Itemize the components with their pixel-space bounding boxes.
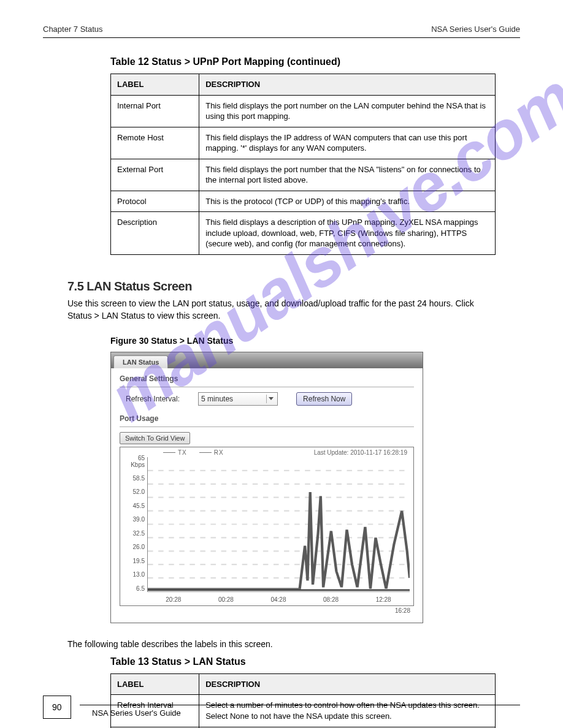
table-row: Remote Host This field displays the IP a… xyxy=(111,127,496,159)
table1: LABEL DESCRIPTION Internal Port This fie… xyxy=(110,74,496,255)
chart-plot-area xyxy=(147,457,410,592)
legend-rx: RX xyxy=(199,449,224,456)
footer-text: NSA Series User's Guide xyxy=(92,708,181,718)
general-settings-heading: General Settings xyxy=(120,374,414,383)
table-row: External Port This field displays the po… xyxy=(111,159,496,191)
cell-label: External Port xyxy=(111,159,199,191)
col-label: LABEL xyxy=(111,74,199,96)
page-header: Chapter 7 Status NSA Series User's Guide xyxy=(43,25,520,38)
col-desc: DESCRIPTION xyxy=(199,74,496,96)
legend-tx: TX xyxy=(163,449,187,456)
table2: LABEL DESCRIPTION Refresh Interval Selec… xyxy=(110,673,496,728)
table-row: Description This field displays a descri… xyxy=(111,212,496,255)
refresh-interval-select[interactable]: 5 minutes xyxy=(198,392,278,406)
series-rx xyxy=(148,492,410,589)
refresh-row: Refresh Interval: 5 minutes Refresh Now xyxy=(120,392,414,406)
figure-caption: Figure 30 Status > LAN Status xyxy=(110,336,563,346)
port-usage-chart: TX RX Last Update: 2010-11-17 16:28:19 6… xyxy=(120,447,414,606)
table2-intro: The following table describes the labels… xyxy=(67,638,496,650)
footer-divider xyxy=(80,705,520,705)
chevron-down-icon xyxy=(266,395,275,403)
cell-desc: This field displays the port number on t… xyxy=(199,95,496,127)
table2-caption: Table 13 Status > LAN Status xyxy=(110,656,563,667)
refresh-interval-value: 5 minutes xyxy=(201,395,233,403)
chart-yticks: 65 Kbps 58.5 52.0 45.5 39.0 32.5 26.0 19… xyxy=(123,455,145,592)
table-header-row: LABEL DESCRIPTION xyxy=(111,74,496,96)
table-row: Protocol This is the protocol (TCP or UD… xyxy=(111,191,496,212)
cell-label: Protocol xyxy=(111,191,199,212)
cell-label: Internal Port xyxy=(111,95,199,127)
chart-xcorner: 16:28 xyxy=(120,607,414,614)
cell-desc: This field displays the IP address of WA… xyxy=(199,127,496,159)
cell-desc: Select a number of minutes to control ho… xyxy=(199,695,496,727)
section-intro: Use this screen to view the LAN port sta… xyxy=(67,297,496,322)
tab-bar: LAN Status xyxy=(111,352,423,368)
refresh-now-button[interactable]: Refresh Now xyxy=(296,392,352,406)
switch-to-grid-button[interactable]: Switch To Grid View xyxy=(120,432,190,444)
chart-last-update: Last Update: 2010-11-17 16:28:19 xyxy=(314,449,407,456)
col-desc: DESCRIPTION xyxy=(199,673,496,695)
chart-legend: TX RX xyxy=(163,449,224,456)
cell-label: Remote Host xyxy=(111,127,199,159)
table-row: Internal Port This field displays the po… xyxy=(111,95,496,127)
table1-caption: Table 12 Status > UPnP Port Mapping (con… xyxy=(110,56,563,67)
page-number: 90 xyxy=(43,696,71,719)
port-usage-heading: Port Usage xyxy=(120,414,414,423)
cell-desc: This field displays the port number that… xyxy=(199,159,496,191)
cell-label: Description xyxy=(111,212,199,255)
lan-status-screenshot: LAN Status General Settings Refresh Inte… xyxy=(110,352,423,623)
panel-body: General Settings Refresh Interval: 5 min… xyxy=(111,368,423,623)
chart-xticks: 20:28 00:28 04:28 08:28 12:28 xyxy=(147,596,410,603)
cell-desc: This is the protocol (TCP or UDP) of thi… xyxy=(199,191,496,212)
header-left: Chapter 7 Status xyxy=(43,25,103,34)
divider xyxy=(120,427,414,427)
divider xyxy=(120,387,414,387)
section-heading: 7.5 LAN Status Screen xyxy=(67,279,563,294)
table-header-row: LABEL DESCRIPTION xyxy=(111,673,496,695)
col-label: LABEL xyxy=(111,673,199,695)
tab-lan-status[interactable]: LAN Status xyxy=(113,355,168,368)
cell-desc: This field displays a description of thi… xyxy=(199,212,496,255)
header-right: NSA Series User's Guide xyxy=(431,25,520,34)
refresh-interval-label: Refresh Interval: xyxy=(126,395,180,403)
